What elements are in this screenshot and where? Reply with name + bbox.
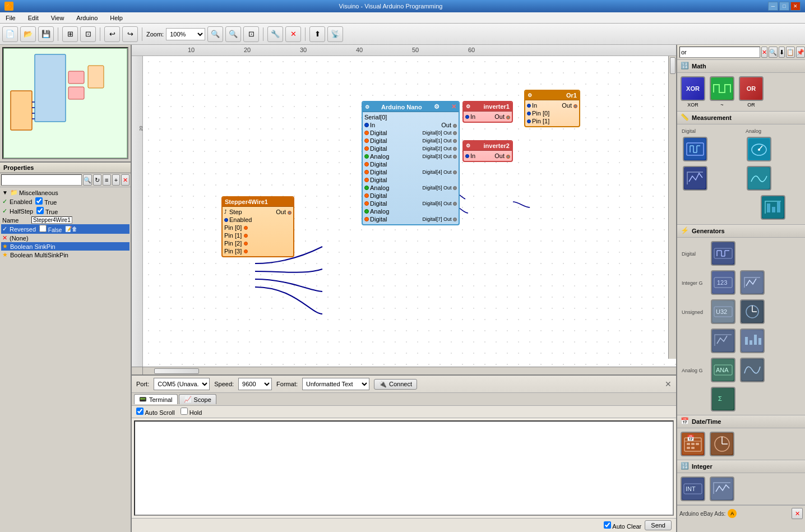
comp-gen-int1[interactable]: 123 bbox=[710, 269, 737, 296]
reversed-checkbox[interactable] bbox=[39, 225, 47, 232]
comp-dig-meas2[interactable] bbox=[682, 165, 709, 192]
compile-button[interactable]: 🔧 bbox=[267, 26, 283, 42]
dig3-out[interactable] bbox=[453, 155, 457, 159]
comp-ana-meas3[interactable] bbox=[746, 194, 801, 221]
canvas-inner[interactable]: ⚙ Arduino Nano ⚙ ✕ Serial[0] In bbox=[143, 56, 676, 367]
comp-gen-uns3[interactable] bbox=[710, 327, 737, 354]
menu-view[interactable]: View bbox=[48, 13, 68, 22]
window-controls[interactable]: ─ □ ✕ bbox=[768, 2, 801, 11]
dig7-out[interactable] bbox=[453, 218, 457, 221]
step-out-dot[interactable] bbox=[288, 211, 292, 215]
dig0-out[interactable] bbox=[453, 131, 457, 135]
hold-label[interactable]: Hold bbox=[181, 408, 202, 416]
tree-miscellaneous[interactable]: ▼ 📁 Miscellaneous bbox=[1, 188, 129, 197]
prop-expand-btn[interactable]: + bbox=[112, 174, 121, 186]
or1-pin1-dot[interactable] bbox=[527, 119, 531, 123]
dig1-out[interactable] bbox=[453, 139, 457, 143]
inverter1-node[interactable]: ⚙ inverter1 In Out bbox=[462, 101, 513, 123]
minimize-button[interactable]: ─ bbox=[768, 2, 778, 11]
comp-dig-meas[interactable] bbox=[682, 136, 709, 163]
rt-btn3[interactable]: 📌 bbox=[796, 47, 805, 58]
out-dot[interactable] bbox=[453, 124, 457, 128]
redo-button[interactable]: ↪ bbox=[122, 26, 138, 42]
comp-gen-int2[interactable] bbox=[739, 269, 766, 296]
menu-edit[interactable]: Edit bbox=[25, 13, 42, 22]
inverter2-node[interactable]: ⚙ inverter2 In Out bbox=[462, 140, 513, 162]
ana5-dot[interactable] bbox=[364, 186, 369, 190]
ads-close-btn[interactable]: ✕ bbox=[792, 508, 803, 519]
serial-button[interactable]: 📡 bbox=[327, 26, 343, 42]
search-clear-btn[interactable]: ✕ bbox=[761, 47, 767, 58]
dig3b-dot[interactable] bbox=[364, 162, 369, 166]
zoom-out-button[interactable]: 🔍 bbox=[225, 26, 241, 42]
comp-wave[interactable]: ~ bbox=[709, 75, 735, 109]
close-button[interactable]: ✕ bbox=[790, 2, 801, 11]
comp-dt1[interactable]: 📅 bbox=[679, 431, 706, 457]
prop-sort-btn[interactable]: ≡ bbox=[103, 174, 111, 186]
pin3-dot[interactable] bbox=[244, 249, 248, 253]
rt-btn1[interactable]: ⬇ bbox=[779, 47, 785, 58]
dig1-dot[interactable] bbox=[364, 138, 369, 143]
panel-close-icon[interactable]: ✕ bbox=[665, 380, 672, 388]
auto-scroll-checkbox[interactable] bbox=[136, 408, 144, 415]
terminal-body[interactable] bbox=[134, 420, 674, 516]
stepper-node[interactable]: Stepper4Wire1 ⤴ Step Out Enabled bbox=[221, 196, 294, 257]
grid-button[interactable]: ⊞ bbox=[62, 26, 78, 42]
comp-ana-meas2[interactable] bbox=[746, 165, 772, 192]
prop-delete-btn[interactable]: ✕ bbox=[121, 174, 129, 186]
save-button[interactable]: 💾 bbox=[38, 26, 54, 42]
open-button[interactable]: 📂 bbox=[20, 26, 36, 42]
ana-dot[interactable] bbox=[364, 154, 369, 159]
new-button[interactable]: 📄 bbox=[2, 26, 18, 42]
comp-int1[interactable]: INT bbox=[679, 475, 706, 502]
comp-xor[interactable]: XOR XOR bbox=[679, 75, 706, 109]
scrollbar-thumb-h[interactable] bbox=[154, 368, 199, 374]
menu-file[interactable]: File bbox=[2, 13, 19, 22]
comp-gen-uns2[interactable] bbox=[739, 298, 766, 325]
connect-button[interactable]: 🔌 Connect bbox=[374, 379, 417, 390]
halfstep-checkbox[interactable] bbox=[36, 207, 44, 214]
undo-button[interactable]: ↩ bbox=[104, 26, 120, 42]
pin2-dot[interactable] bbox=[244, 242, 248, 246]
snap-button[interactable]: ⊡ bbox=[80, 26, 96, 42]
menu-help[interactable]: Help bbox=[107, 13, 126, 22]
prop-filter-btn[interactable]: 🔍 bbox=[83, 174, 92, 186]
or1-node[interactable]: ⚙ Or1 In Out Pin [0] bbox=[524, 90, 580, 127]
dig4b-dot[interactable] bbox=[364, 178, 369, 182]
auto-scroll-label[interactable]: Auto Scroll bbox=[136, 408, 175, 416]
auto-clear-label[interactable]: Auto Clear bbox=[604, 521, 641, 530]
maximize-button[interactable]: □ bbox=[779, 2, 789, 11]
dig2-out[interactable] bbox=[453, 147, 457, 151]
stop-button[interactable]: ✕ bbox=[285, 26, 301, 42]
upload-button[interactable]: ⬆ bbox=[309, 26, 325, 42]
comp-gen-uns1[interactable]: U32 bbox=[710, 298, 737, 325]
auto-clear-checkbox[interactable] bbox=[604, 521, 611, 529]
prop-reversed[interactable]: ✓ Reversed False 📝🗑 bbox=[1, 224, 129, 234]
dig2-dot[interactable] bbox=[364, 146, 369, 151]
dig6-dot[interactable] bbox=[364, 201, 369, 206]
scrollbar-h-track[interactable] bbox=[143, 367, 676, 374]
enabled-checkbox[interactable] bbox=[35, 197, 43, 205]
menu-arduino[interactable]: Arduino bbox=[73, 13, 101, 22]
or1-out-dot[interactable] bbox=[573, 104, 577, 108]
scrollbar-thumb-v[interactable] bbox=[670, 57, 676, 74]
inv2-in-dot[interactable] bbox=[465, 154, 469, 158]
arduino-close-icon[interactable]: ✕ bbox=[451, 103, 456, 110]
zoom-select[interactable]: 100% 75% 50% 150% 200% bbox=[166, 28, 205, 40]
tree-bool-multisink[interactable]: ★ Boolean MultiSinkPin bbox=[1, 251, 129, 259]
tab-terminal[interactable]: 📟 Terminal bbox=[134, 394, 178, 404]
prop-refresh-btn[interactable]: ↻ bbox=[93, 174, 101, 186]
dig0-dot[interactable] bbox=[364, 131, 369, 135]
comp-gen-uns4[interactable] bbox=[739, 327, 766, 354]
tab-scope[interactable]: 📈 Scope bbox=[179, 394, 216, 404]
dig4-out[interactable] bbox=[453, 170, 457, 174]
dig4-dot[interactable] bbox=[364, 170, 369, 174]
comp-dt2[interactable] bbox=[709, 431, 735, 457]
inv1-out-dot[interactable] bbox=[506, 115, 510, 119]
pin0-dot[interactable] bbox=[244, 226, 248, 230]
properties-search[interactable] bbox=[1, 174, 82, 186]
right-search-input[interactable] bbox=[679, 47, 760, 58]
comp-gen-ana1[interactable]: ANA bbox=[710, 357, 737, 383]
comp-ana-meas[interactable] bbox=[746, 136, 772, 163]
arduino-settings-icon[interactable]: ⚙ bbox=[434, 103, 439, 110]
